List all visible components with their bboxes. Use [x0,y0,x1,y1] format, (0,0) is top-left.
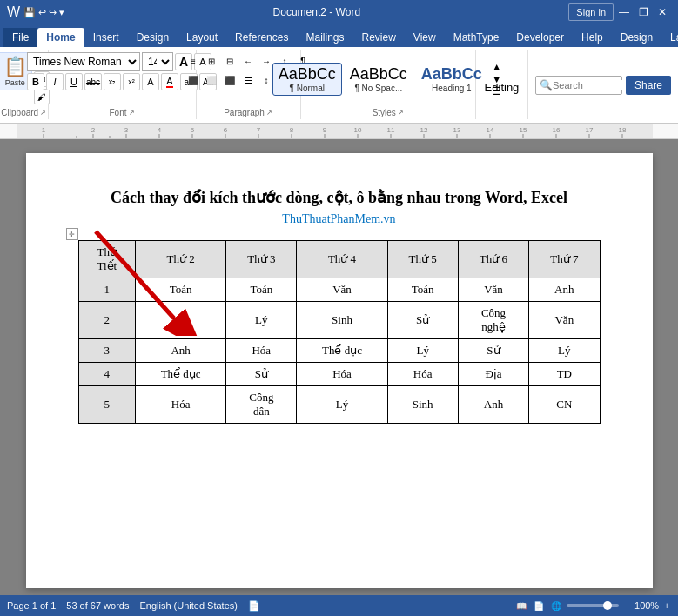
svg-text:2: 2 [91,126,96,134]
list-bullet-button[interactable]: ≡ [185,52,202,70]
tab-developer[interactable]: Developer [507,28,573,47]
list-number-button[interactable]: ⊞ [203,52,220,70]
tab-review[interactable]: Review [352,28,404,47]
zoom-out-button[interactable]: − [622,601,631,611]
svg-text:6: 6 [224,126,228,134]
font-family-select[interactable]: Times New Roman [27,52,140,71]
align-center-button[interactable]: ⬜ [203,71,220,89]
align-right-button[interactable]: ⬛ [221,71,238,89]
style-no-spacing[interactable]: AaBbCc ¶ No Spac... [344,63,413,97]
tab-references[interactable]: References [226,28,297,47]
table-row: 5 Hóa Côngdân Lý Sinh Anh CN [78,386,600,424]
align-left-button[interactable]: ⬛ [185,71,202,89]
print-layout-button[interactable]: 📄 [532,601,546,611]
tab-view[interactable]: View [405,28,445,47]
editing-group: Editing [476,50,528,119]
row-1-thu5: Toán [387,278,458,302]
restore-button[interactable]: ❐ [634,3,652,21]
row-4-header: 4 [78,363,136,386]
tab-design[interactable]: Design [128,28,178,47]
style-normal[interactable]: AaBbCc ¶ Normal [272,63,342,97]
style-normal-label: ¶ Normal [290,84,325,93]
align-justify-button[interactable]: ☰ [239,71,257,89]
row-4-thu2: Thể dục [136,363,226,386]
row-2-thu7: Văn [529,302,600,339]
editing-content: Editing [485,52,520,116]
row-3-header: 3 [78,339,136,363]
search-box[interactable]: 🔍 [535,76,622,95]
list-multi-button[interactable]: ⊟ [221,52,238,70]
font-size-select[interactable]: 14 [142,52,173,71]
zoom-level: 100% [634,600,659,611]
row-1-thu7: Anh [529,278,600,302]
row-5-thu3: Côngdân [226,386,297,424]
svg-text:16: 16 [553,126,561,134]
styles-expand-icon[interactable]: ↗ [398,109,404,117]
subscript-button[interactable]: x₂ [104,73,121,90]
clear-format-button[interactable]: A [142,73,159,90]
close-button[interactable]: ✕ [654,3,671,21]
read-mode-button[interactable]: 📖 [514,601,528,611]
header-thu-tiet: ThứTiết [78,241,136,278]
track-changes-icon: 📄 [248,600,260,612]
zoom-in-button[interactable]: + [662,601,671,611]
svg-text:13: 13 [453,126,461,134]
styles-content: AaBbCc ¶ Normal AaBbCc ¶ No Spac... AaBb… [272,52,504,106]
search-input[interactable] [553,80,622,90]
header-thu2: Thứ 2 [136,241,226,278]
quick-access: 💾 ↩ ↪ ▾ [23,7,64,18]
minimize-button[interactable]: — [615,3,633,21]
table-wrapper: ✛ ThứTiết Thứ 2 Thứ 3 Thứ 4 Thứ 5 Thứ 6 … [78,240,601,424]
table-row: 2 Văn Lý Sinh Sử Côngnghệ Văn [78,302,600,339]
row-4-thu3: Sử [226,363,297,386]
decrease-indent-button[interactable]: ← [239,52,257,70]
zoom-slider[interactable] [567,604,619,607]
tab-insert[interactable]: Insert [84,28,128,47]
style-nospacing-preview: AaBbCc [350,65,407,84]
svg-text:1: 1 [42,126,46,134]
svg-text:15: 15 [520,126,527,134]
tab-mailings[interactable]: Mailings [297,28,352,47]
paragraph-expand-icon[interactable]: ↗ [266,109,272,117]
share-button[interactable]: Share [626,76,671,95]
italic-button[interactable]: I [46,73,64,90]
table-move-handle[interactable]: ✛ [66,228,78,240]
header-thu5: Thứ 5 [387,241,458,278]
svg-text:7: 7 [257,126,261,134]
tab-layout2[interactable]: Layout [661,28,678,47]
tab-file[interactable]: File [3,28,37,47]
svg-text:17: 17 [586,126,594,134]
row-5-thu6: Anh [458,386,528,424]
font-expand-icon[interactable]: ↗ [129,109,135,117]
sign-in-button[interactable]: Sign in [568,3,614,21]
row-1-thu3: Toán [226,278,297,302]
tab-home[interactable]: Home [37,28,84,47]
strikethrough-button[interactable]: abc [84,73,102,90]
document-title: Cách thay đổi kích thước dòng, cột, ô bằ… [78,188,601,207]
row-3-thu7: Lý [529,339,600,363]
editing-label: Editing [485,81,520,94]
ribbon: 📋 Paste ✂ ⧉ 🖌 Clipboard ↗ Times New Roma… [0,47,678,124]
svg-text:11: 11 [387,126,395,134]
svg-text:4: 4 [158,126,162,134]
page: Cách thay đổi kích thước dòng, cột, ô bằ… [26,153,653,588]
language-indicator: English (United States) [139,600,238,612]
ruler-svg: 1 2 3 4 5 6 7 8 9 10 [17,124,653,139]
row-1-thu6: Văn [458,278,528,302]
tab-layout[interactable]: Layout [178,28,226,47]
superscript-button[interactable]: x² [123,73,140,90]
styles-group: AaBbCc ¶ Normal AaBbCc ¶ No Spac... AaBb… [301,50,476,119]
underline-button[interactable]: U [65,73,83,90]
tab-help[interactable]: Help [573,28,612,47]
bold-button[interactable]: B [27,73,44,90]
svg-text:5: 5 [191,126,195,134]
font-color-button[interactable]: A [161,73,178,90]
tab-mathtype[interactable]: MathType [445,28,508,47]
tab-design2[interactable]: Design [612,28,661,47]
row-2-thu4: Sinh [297,302,387,339]
svg-text:12: 12 [420,126,428,134]
clipboard-expand-icon[interactable]: ↗ [40,109,46,117]
web-layout-button[interactable]: 🌐 [549,601,563,611]
row-2-thu3: Lý [226,302,297,339]
row-5-thu5: Sinh [387,386,458,424]
